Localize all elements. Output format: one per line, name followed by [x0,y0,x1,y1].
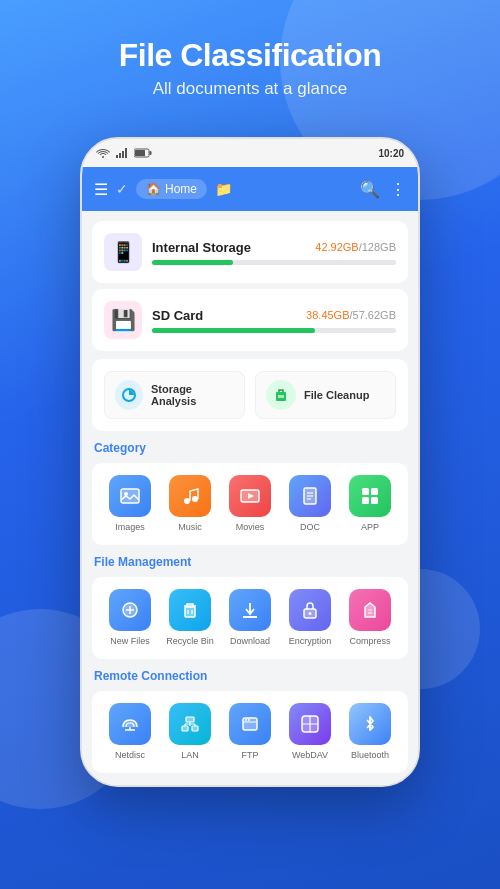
encryption-item[interactable]: Encryption [284,589,336,647]
app-bar: ☰ ✓ 🏠 Home 📁 🔍 ⋮ [82,167,418,211]
svg-rect-28 [371,497,378,504]
remote-connection-section: Remote Connection [92,669,408,773]
file-management-grid: New Files [100,589,400,647]
lan-icon [169,703,211,745]
file-management-section: File Management New Files [92,555,408,659]
download-icon [229,589,271,631]
svg-rect-43 [186,717,194,722]
new-files-icon [109,589,151,631]
svg-rect-7 [135,150,145,156]
sd-card-storage-card[interactable]: 💾 SD Card 38.45GB/57.62GB [92,289,408,351]
svg-rect-26 [371,488,378,495]
sd-storage-size: 38.45GB/57.62GB [306,309,396,321]
images-icon [109,475,151,517]
search-icon[interactable]: 🔍 [360,180,380,199]
quick-actions: Storage Analysis File Cleanup [92,359,408,431]
svg-rect-1 [116,155,118,158]
encryption-label: Encryption [289,636,332,647]
ftp-icon [229,703,271,745]
svg-rect-45 [192,726,198,731]
sd-storage-bar [152,328,396,333]
hamburger-icon[interactable]: ☰ [94,180,108,199]
storage-analysis-icon [115,380,143,410]
lan-label: LAN [181,750,199,761]
svg-rect-27 [362,497,369,504]
sd-storage-name: SD Card [152,308,203,323]
compress-label: Compress [349,636,390,647]
file-cleanup-label: File Cleanup [304,389,369,401]
webdav-label: WebDAV [292,750,328,761]
movies-icon [229,475,271,517]
status-bar: 10:20 [82,139,418,167]
ftp-label: FTP [242,750,259,761]
recycle-bin-item[interactable]: Recycle Bin [164,589,216,647]
status-left [96,148,152,158]
images-item[interactable]: Images [104,475,156,533]
svg-rect-44 [182,726,188,731]
internal-storage-info: Internal Storage 42.92GB/128GB [152,240,396,265]
svg-point-0 [102,156,104,158]
netdisc-item[interactable]: Netdisc [104,703,156,761]
app-icon [349,475,391,517]
more-options-icon[interactable]: ⋮ [390,180,406,199]
ftp-item[interactable]: FTP [224,703,276,761]
download-item[interactable]: Download [224,589,276,647]
category-section: Category Ima [92,441,408,545]
doc-icon [289,475,331,517]
music-label: Music [178,522,202,533]
phone-content: 📱 Internal Storage 42.92GB/128GB 💾 SD [82,211,418,787]
music-item[interactable]: Music [164,475,216,533]
webdav-item[interactable]: WebDAV [284,703,336,761]
battery-icon [134,148,152,158]
storage-analysis-label: Storage Analysis [151,383,234,407]
storage-analysis-button[interactable]: Storage Analysis [104,371,245,419]
remote-connection-title: Remote Connection [92,669,408,683]
home-icon: 🏠 [146,182,161,196]
svg-rect-2 [119,153,121,158]
bluetooth-label: Bluetooth [351,750,389,761]
internal-storage-name: Internal Storage [152,240,251,255]
sd-storage-info: SD Card 38.45GB/57.62GB [152,308,396,333]
svg-point-38 [309,612,312,615]
internal-storage-card[interactable]: 📱 Internal Storage 42.92GB/128GB [92,221,408,283]
phone-mockup: 10:20 ☰ ✓ 🏠 Home 📁 🔍 ⋮ 📱 [0,137,500,787]
check-icon[interactable]: ✓ [116,181,128,197]
movies-item[interactable]: Movies [224,475,276,533]
remote-connection-grid: Netdisc [100,703,400,761]
svg-point-52 [245,719,247,721]
internal-storage-size: 42.92GB/128GB [315,241,396,253]
doc-item[interactable]: DOC [284,475,336,533]
page-subtitle: All documents at a glance [20,79,480,99]
home-button[interactable]: 🏠 Home [136,179,207,199]
sd-card-icon: 💾 [104,301,142,339]
svg-point-53 [248,719,250,721]
svg-rect-4 [125,148,127,158]
movies-label: Movies [236,522,265,533]
compress-item[interactable]: Compress [344,589,396,647]
doc-label: DOC [300,522,320,533]
category-card: Images Music [92,463,408,545]
lan-item[interactable]: LAN [164,703,216,761]
svg-point-17 [192,496,198,502]
app-bar-left: ☰ ✓ 🏠 Home 📁 [94,179,352,199]
svg-rect-6 [150,151,152,155]
webdav-icon [289,703,331,745]
analysis-svg [121,387,137,403]
bluetooth-item[interactable]: Bluetooth [344,703,396,761]
svg-rect-3 [122,151,124,158]
netdisc-icon [109,703,151,745]
remote-connection-card: Netdisc [92,691,408,773]
file-management-title: File Management [92,555,408,569]
signal-icon [116,148,128,158]
wifi-icon [96,148,110,158]
netdisc-label: Netdisc [115,750,145,761]
internal-storage-bar [152,260,396,265]
svg-rect-25 [362,488,369,495]
page-header: File Classification All documents at a g… [0,0,500,119]
compress-icon [349,589,391,631]
new-files-item[interactable]: New Files [104,589,156,647]
file-cleanup-button[interactable]: File Cleanup [255,371,396,419]
app-item[interactable]: APP [344,475,396,533]
new-files-label: New Files [110,636,150,647]
images-label: Images [115,522,145,533]
